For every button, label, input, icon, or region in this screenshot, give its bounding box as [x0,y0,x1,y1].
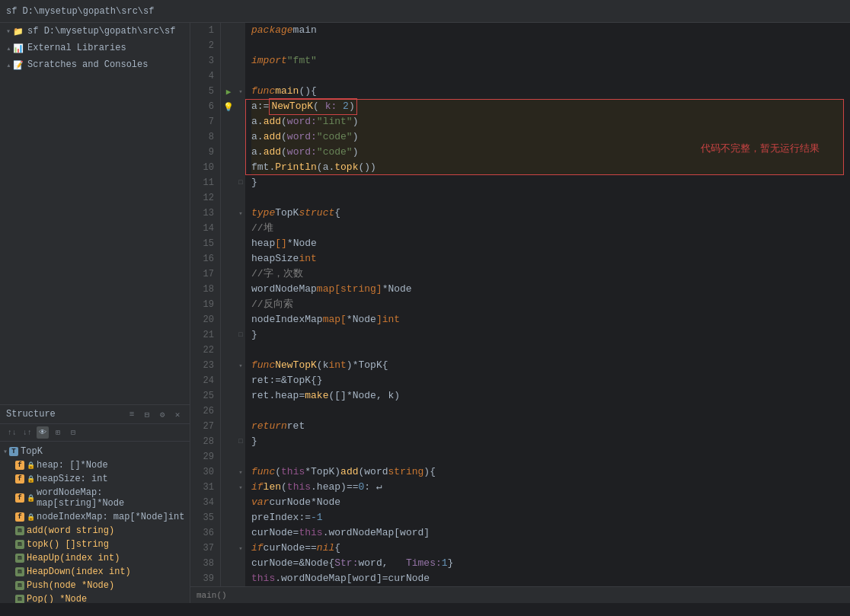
code-line-17[interactable]: //字，次数 [251,267,844,282]
top-bar-path: sf D:\mysetup\gopath\src\sf [6,6,154,17]
breadcrumb: main() [197,591,227,600]
fold-close-icon[interactable]: □ [238,438,242,445]
structure-expand-icon[interactable]: ⊟ [141,408,153,420]
code-line-14[interactable]: //堆 [251,221,844,236]
structure-settings-icon[interactable]: ⚙ [156,408,168,420]
sidebar-tree: ▾ 📁 sf D:\mysetup\gopath\src\sf ▸ 📊 Exte… [0,23,190,404]
topk-method-label: topk() []string [27,539,109,550]
code-line-34[interactable]: var curNode *Node [251,495,844,510]
code-line-27[interactable]: return ret [251,419,844,434]
fold-open-icon[interactable]: ▾ [238,209,242,218]
lock-heapsize-icon: 🔒 [27,475,35,484]
tree-item-topk[interactable]: ▾ T TopK [0,445,190,458]
sidebar-item-external[interactable]: ▸ 📊 External Libraries [0,40,190,56]
code-line-9[interactable]: a.add( word: "code") [251,145,844,160]
tree-item-topk-method[interactable]: m topk() []string [0,538,190,551]
libraries-icon: 📊 [12,42,24,54]
sort-asc-icon[interactable]: ↑↓ [6,426,18,439]
expand-all-icon[interactable]: ⊞ [52,426,64,439]
code-line-30[interactable]: func (this *TopK) add(word string) { [251,464,844,480]
fold-open-icon[interactable]: ▾ [238,544,242,553]
method-badge-heapup: m [15,554,24,563]
code-line-13[interactable]: type TopK struct { [251,206,844,221]
bulb-icon[interactable]: 💡 [223,102,234,112]
code-line-16[interactable]: heapSize int [251,251,844,267]
tree-item-nodeindexmap[interactable]: f 🔒 nodeIndexMap: map[*Node]int [0,510,190,524]
sidebar-item-sf[interactable]: ▾ 📁 sf D:\mysetup\gopath\src\sf [0,23,190,40]
sort-desc-icon[interactable]: ↓↑ [21,426,34,439]
chevron-scratch-icon: ▸ [4,63,13,68]
fold-open-icon[interactable]: ▾ [238,88,242,96]
editor-wrapper: 1234567891011121314151617181920212223242… [190,23,850,603]
structure-panel: Structure ≡ ⊟ ⚙ ✕ ↑↓ ↓↑ 👁 ⊞ ⊟ [0,405,190,603]
tree-item-push[interactable]: m Push(node *Node) [0,579,190,592]
collapse-all-icon[interactable]: ⊟ [67,426,79,439]
code-line-11[interactable]: } [251,175,844,190]
structure-sort-icon[interactable]: ≡ [126,408,138,420]
sidebar-sf-label: sf D:\mysetup\gopath\src\sf [27,26,175,37]
tree-item-heapup[interactable]: m HeapUp(index int) [0,551,190,565]
field-badge-heap: f [15,461,24,470]
code-line-4[interactable] [251,69,844,84]
tree-item-heapsize[interactable]: f 🔒 heapSize: int [0,472,190,486]
code-line-37[interactable]: if curNode == nil { [251,541,844,556]
tree-item-add[interactable]: m add(word string) [0,524,190,538]
add-label: add(word string) [27,525,114,536]
push-label: Push(node *Node) [27,580,114,591]
structure-header: Structure ≡ ⊟ ⚙ ✕ [0,405,190,424]
fold-open-icon[interactable]: ▾ [238,468,242,477]
folder-icon: 📁 [12,25,24,37]
structure-actions: ≡ ⊟ ⚙ ✕ [126,408,184,420]
code-line-20[interactable]: nodeIndexMap map[*Node]int [251,312,844,327]
code-line-3[interactable]: import "fmt" [251,53,844,69]
code-line-10[interactable]: fmt.Println(a.topk()) [251,160,844,175]
visibility-icon[interactable]: 👁 [37,426,49,439]
heap-label: heap: []*Node [37,460,108,471]
fold-close-icon[interactable]: □ [238,179,242,187]
fold-open-icon[interactable]: ▾ [238,362,242,370]
sidebar-item-scratches[interactable]: ▸ 📝 Scratches and Consoles [0,56,190,73]
nodeindexmap-label: nodeIndexMap: map[*Node]int [37,512,184,522]
lock-nodeindexmap-icon: 🔒 [27,513,35,522]
structure-close-icon[interactable]: ✕ [171,408,184,420]
heapup-label: HeapUp(index int) [27,553,120,563]
code-line-39[interactable]: this.wordNodeMap[word] = curNode [251,571,844,586]
fold-close-icon[interactable]: □ [238,331,242,339]
code-line-15[interactable]: heap []*Node [251,236,844,251]
chevron-sf-icon: ▾ [6,27,11,36]
tree-item-pop[interactable]: m Pop() *Node [0,592,190,603]
code-line-31[interactable]: if len(this.heap) == 0 : ↵ [251,480,844,495]
code-line-6[interactable]: a := NewTopK( k: 2) [251,99,844,114]
code-line-38[interactable]: curNode = &Node{ Str: word, Times: 1} [251,556,844,571]
code-line-22[interactable] [251,343,844,358]
tree-item-wordnodemap[interactable]: f 🔒 wordNodeMap: map[string]*Node [0,486,190,510]
tree-item-heap[interactable]: f 🔒 heap: []*Node [0,458,190,472]
code-line-25[interactable]: ret.heap = make([]*Node, k) [251,388,844,404]
code-line-28[interactable]: } [251,434,844,449]
code-line-5[interactable]: func main() { [251,84,844,99]
code-line-8[interactable]: a.add( word: "code") [251,129,844,145]
code-line-23[interactable]: func NewTopK(k int) *TopK { [251,358,844,373]
code-line-21[interactable]: } [251,327,844,343]
code-line-1[interactable]: package main [251,23,844,38]
code-line-36[interactable]: curNode = this.wordNodeMap[word] [251,525,844,541]
field-badge-nodeindexmap: f [15,512,24,522]
fold-open-icon[interactable]: ▾ [238,484,242,492]
editor-content: 1234567891011121314151617181920212223242… [190,23,850,586]
method-badge-add: m [15,526,24,535]
code-area[interactable]: 代码不完整，暂无运行结果 package mainimport "fmt"fun… [245,23,850,586]
code-line-7[interactable]: a.add( word: "lint") [251,114,844,129]
code-line-35[interactable]: preIndex := -1 [251,510,844,525]
method-badge-push: m [15,581,24,590]
code-line-18[interactable]: wordNodeMap map[string]*Node [251,282,844,297]
code-line-12[interactable] [251,190,844,206]
code-line-24[interactable]: ret := &TopK{} [251,373,844,388]
run-icon[interactable]: ▶ [226,87,232,97]
code-line-2[interactable] [251,38,844,53]
tree-topk-label: TopK [21,446,43,457]
tree-item-heapdown[interactable]: m HeapDown(index int) [0,565,190,579]
code-line-26[interactable] [251,404,844,419]
code-line-19[interactable]: //反向索 [251,297,844,312]
structure-toolbar: ↑↓ ↓↑ 👁 ⊞ ⊟ [0,424,190,442]
code-line-29[interactable] [251,449,844,464]
